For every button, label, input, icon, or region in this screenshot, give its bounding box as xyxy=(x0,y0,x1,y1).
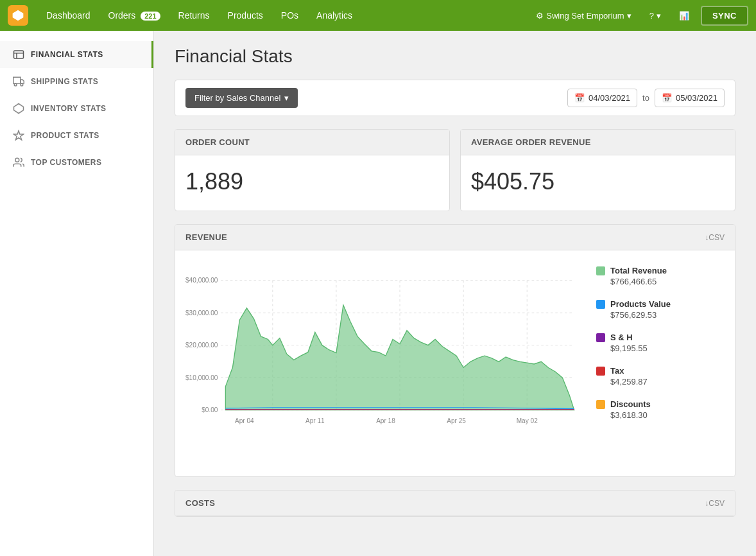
svg-point-6 xyxy=(21,83,23,86)
svg-text:$10,000.00: $10,000.00 xyxy=(185,374,218,381)
sidebar-label-shipping-stats: SHIPPING STATS xyxy=(31,77,98,86)
costs-title: COSTS xyxy=(185,498,215,508)
svg-marker-7 xyxy=(14,104,24,114)
svg-rect-1 xyxy=(14,51,24,58)
legend-item-total-revenue: Total Revenue $766,466.65 xyxy=(596,266,725,286)
revenue-csv-link[interactable]: ↓CSV xyxy=(705,233,725,242)
filter-bar: Filter by Sales Channel ▾ 📅 04/03/2021 t… xyxy=(175,80,735,116)
revenue-chart-svg: $40,000.00 $30,000.00 $20,000.00 $10,000… xyxy=(185,261,586,453)
top-nav: Dashboard Orders 221 Returns Products PO… xyxy=(0,0,756,31)
sidebar-item-inventory-stats[interactable]: INVENTORY STATS xyxy=(0,95,153,122)
legend-item-discounts: Discounts $3,618.30 xyxy=(596,399,725,420)
svg-rect-4 xyxy=(13,77,21,83)
metrics-button[interactable]: 📊 xyxy=(673,7,696,24)
nav-right: ⚙ Swing Set Emporium ▾ ? ▾ 📊 SYNC xyxy=(529,6,748,26)
svg-text:Apr 11: Apr 11 xyxy=(305,417,325,424)
sidebar: FINANCIAL STATS SHIPPING STATS INVENTORY… xyxy=(0,31,154,556)
calendar-icon: 📅 xyxy=(662,93,672,103)
legend-color-tax xyxy=(596,367,605,376)
nav-analytics[interactable]: Analytics xyxy=(309,6,360,24)
order-count-card: ORDER COUNT 1,889 xyxy=(175,129,450,211)
avg-order-revenue-header: AVERAGE ORDER REVENUE xyxy=(461,130,735,155)
sidebar-label-top-customers: TOP CUSTOMERS xyxy=(31,158,102,167)
legend-item-tax: Tax $4,259.87 xyxy=(596,366,725,387)
sidebar-item-financial-stats[interactable]: FINANCIAL STATS xyxy=(0,41,153,68)
sidebar-label-product-stats: PRODUCT STATS xyxy=(31,131,99,140)
orders-badge: 221 xyxy=(141,12,160,21)
revenue-chart-header: REVENUE ↓CSV xyxy=(175,225,735,250)
revenue-chart-section: REVENUE ↓CSV $40,000.00 $30,000.00 xyxy=(175,224,735,477)
legend-item-products-value: Products Value $756,629.53 xyxy=(596,299,725,320)
chevron-down-icon: ▾ xyxy=(627,11,631,21)
help-button[interactable]: ? ▾ xyxy=(643,7,667,24)
nav-returns[interactable]: Returns xyxy=(171,6,218,24)
nav-dashboard[interactable]: Dashboard xyxy=(39,6,98,24)
sidebar-label-financial-stats: FINANCIAL STATS xyxy=(31,50,103,59)
sidebar-item-top-customers[interactable]: TOP CUSTOMERS xyxy=(0,149,153,176)
revenue-chart-area: $40,000.00 $30,000.00 $20,000.00 $10,000… xyxy=(185,261,586,466)
svg-marker-0 xyxy=(13,10,24,21)
nav-links: Dashboard Orders 221 Returns Products PO… xyxy=(39,6,529,24)
legend-color-total-revenue xyxy=(596,266,605,275)
legend-color-sh xyxy=(596,333,605,342)
metrics-icon: 📊 xyxy=(679,11,689,21)
date-range: 📅 04/03/2021 to 📅 05/03/2021 xyxy=(567,89,725,107)
store-selector[interactable]: ⚙ Swing Set Emporium ▾ xyxy=(529,7,637,24)
calendar-icon: 📅 xyxy=(574,93,585,103)
date-from-input[interactable]: 📅 04/03/2021 xyxy=(567,89,637,107)
legend-item-sh: S & H $9,195.55 xyxy=(596,333,725,353)
chevron-down-icon: ▾ xyxy=(284,93,289,103)
app-body: FINANCIAL STATS SHIPPING STATS INVENTORY… xyxy=(0,31,756,556)
sidebar-label-inventory-stats: INVENTORY STATS xyxy=(31,104,107,113)
nav-products[interactable]: Products xyxy=(220,6,271,24)
svg-point-5 xyxy=(14,83,17,86)
date-separator: to xyxy=(642,93,649,103)
date-to-input[interactable]: 📅 05/03/2021 xyxy=(655,89,725,107)
svg-point-8 xyxy=(15,158,19,162)
avg-order-revenue-value: $405.75 xyxy=(461,155,735,211)
costs-header: COSTS ↓CSV xyxy=(175,491,735,516)
costs-csv-link[interactable]: ↓CSV xyxy=(705,499,725,508)
page-title: Financial Stats xyxy=(175,46,735,67)
stats-row: ORDER COUNT 1,889 AVERAGE ORDER REVENUE … xyxy=(175,129,735,211)
sidebar-item-product-stats[interactable]: PRODUCT STATS xyxy=(0,122,153,149)
svg-text:$20,000.00: $20,000.00 xyxy=(185,342,218,349)
app-logo[interactable] xyxy=(8,5,28,26)
gear-icon: ⚙ xyxy=(536,11,544,21)
svg-text:$40,000.00: $40,000.00 xyxy=(185,277,218,284)
legend-color-discounts xyxy=(596,400,605,409)
costs-section: COSTS ↓CSV xyxy=(175,490,735,517)
nav-orders[interactable]: Orders 221 xyxy=(101,6,168,24)
svg-text:Apr 04: Apr 04 xyxy=(235,417,254,424)
chart-legend: Total Revenue $766,466.65 Products Value… xyxy=(596,261,725,466)
svg-text:May 02: May 02 xyxy=(517,417,538,424)
svg-marker-24 xyxy=(225,305,574,410)
filter-sales-channel-button[interactable]: Filter by Sales Channel ▾ xyxy=(185,88,298,108)
help-icon: ? xyxy=(649,11,654,21)
svg-text:$0.00: $0.00 xyxy=(202,406,218,413)
svg-text:$30,000.00: $30,000.00 xyxy=(185,309,218,317)
svg-text:Apr 18: Apr 18 xyxy=(376,417,395,424)
revenue-chart-title: REVENUE xyxy=(185,232,227,242)
svg-text:Apr 25: Apr 25 xyxy=(447,417,466,424)
order-count-header: ORDER COUNT xyxy=(175,130,449,155)
sync-button[interactable]: SYNC xyxy=(701,6,748,26)
order-count-value: 1,889 xyxy=(175,155,449,211)
sidebar-item-shipping-stats[interactable]: SHIPPING STATS xyxy=(0,68,153,95)
legend-color-products-value xyxy=(596,300,605,309)
main-content: Financial Stats Filter by Sales Channel … xyxy=(154,31,756,556)
chevron-down-icon: ▾ xyxy=(657,11,661,21)
nav-pos[interactable]: POs xyxy=(273,6,306,24)
avg-order-revenue-card: AVERAGE ORDER REVENUE $405.75 xyxy=(460,129,735,211)
revenue-chart-body: $40,000.00 $30,000.00 $20,000.00 $10,000… xyxy=(175,250,735,476)
